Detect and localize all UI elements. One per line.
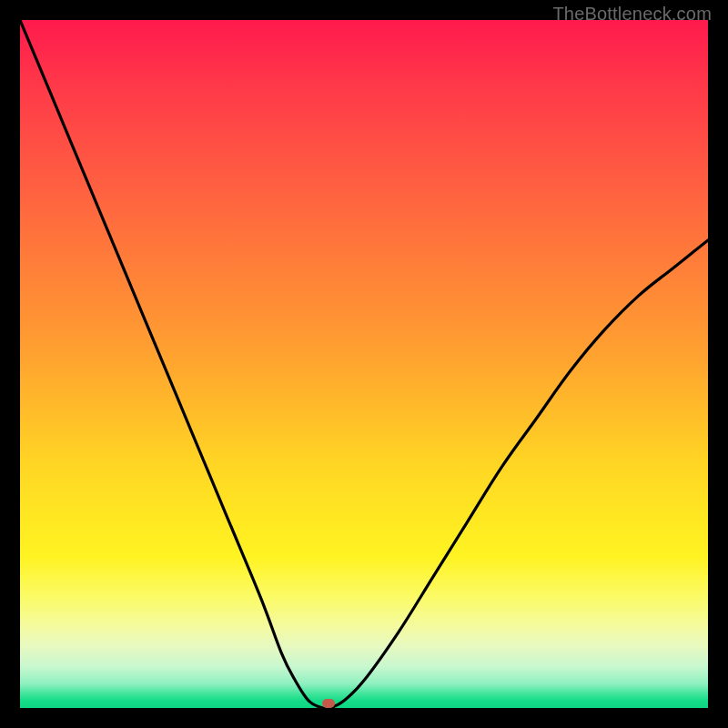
optimal-point-marker [322,699,335,708]
plot-area [20,20,708,708]
watermark-text: TheBottleneck.com [552,4,712,25]
chart-frame: TheBottleneck.com [0,0,728,728]
bottleneck-curve [20,20,708,708]
